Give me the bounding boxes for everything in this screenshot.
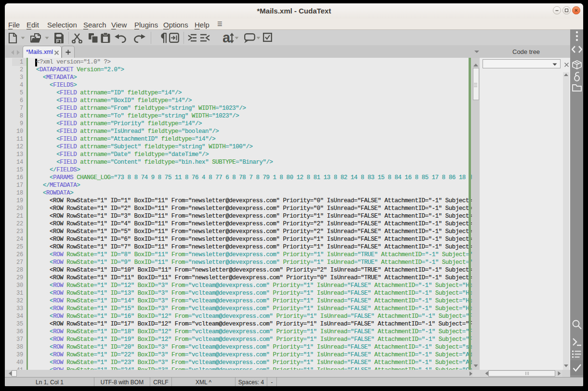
svg-text:a: a bbox=[223, 33, 231, 43]
